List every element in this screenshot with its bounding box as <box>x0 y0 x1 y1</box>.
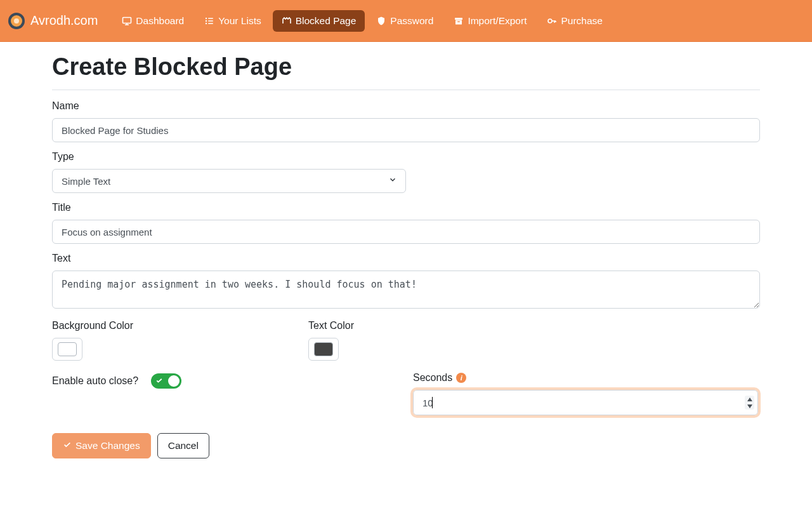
textcolor-swatch <box>314 342 333 356</box>
nav-item-label: Blocked Page <box>296 15 357 27</box>
brand[interactable]: Avrodh.com <box>8 12 98 30</box>
nav-item-your-lists[interactable]: Your Lists <box>195 10 270 32</box>
field-text-color: Text Color <box>308 320 549 361</box>
nav-items: Dashboard Your Lists Blocked Page Passwo… <box>113 10 612 32</box>
navbar: Avrodh.com Dashboard Your Lists Blocked … <box>0 0 812 42</box>
field-name: Name <box>52 100 760 142</box>
text-caret <box>432 397 433 408</box>
nav-item-import-export[interactable]: Import/Export <box>445 10 535 32</box>
text-input[interactable]: Pending major assignment in two weeks. I… <box>52 271 760 309</box>
field-type: Type Simple Text <box>52 151 760 193</box>
field-seconds: Seconds i <box>413 372 760 415</box>
type-select[interactable]: Simple Text <box>52 169 406 193</box>
check-icon <box>63 440 72 451</box>
save-button-label: Save Changes <box>75 440 140 451</box>
field-enable-auto-close: Enable auto close? <box>52 372 406 390</box>
nav-item-password[interactable]: Password <box>367 10 442 32</box>
info-icon[interactable]: i <box>456 373 466 383</box>
page-title: Create Blocked Page <box>52 53 760 81</box>
name-label: Name <box>52 100 760 112</box>
spinner-down[interactable] <box>745 403 754 410</box>
field-text: Text Pending major assignment in two wee… <box>52 253 760 311</box>
svg-rect-10 <box>455 18 462 20</box>
nav-item-purchase[interactable]: Purchase <box>538 10 611 32</box>
title-label: Title <box>52 202 760 213</box>
svg-rect-11 <box>455 20 462 24</box>
bgcolor-input[interactable] <box>52 338 82 361</box>
field-title: Title <box>52 202 760 244</box>
nav-item-label: Dashboard <box>136 15 184 27</box>
svg-point-5 <box>206 20 207 21</box>
bgcolor-label: Background Color <box>52 320 293 331</box>
text-label: Text <box>52 253 760 264</box>
svg-rect-8 <box>208 20 213 22</box>
archive-icon <box>454 16 464 26</box>
autoclose-toggle[interactable] <box>151 373 181 389</box>
bgcolor-swatch <box>58 342 77 356</box>
field-background-color: Background Color <box>52 320 293 361</box>
toggle-knob <box>168 375 180 387</box>
list-icon <box>204 16 214 26</box>
seconds-input[interactable] <box>413 390 758 415</box>
textcolor-label: Text Color <box>308 320 549 331</box>
svg-point-4 <box>206 17 207 18</box>
main-container: Create Blocked Page Name Type Simple Tex… <box>52 42 760 458</box>
svg-point-2 <box>14 18 19 23</box>
brand-text: Avrodh.com <box>30 13 98 28</box>
svg-rect-3 <box>123 17 131 23</box>
nav-item-label: Your Lists <box>218 15 261 27</box>
svg-point-13 <box>548 19 552 23</box>
svg-rect-12 <box>457 21 460 22</box>
check-icon <box>155 375 163 387</box>
number-spinner <box>745 396 754 410</box>
title-input[interactable] <box>52 220 760 244</box>
nav-item-label: Password <box>390 15 433 27</box>
cancel-button[interactable]: Cancel <box>157 433 209 458</box>
barrier-icon <box>282 16 292 26</box>
cancel-button-label: Cancel <box>168 440 199 451</box>
spinner-up[interactable] <box>745 396 754 403</box>
save-button[interactable]: Save Changes <box>52 433 151 458</box>
svg-rect-9 <box>208 23 213 24</box>
name-input[interactable] <box>52 118 760 142</box>
nav-item-dashboard[interactable]: Dashboard <box>113 10 193 32</box>
nav-item-label: Purchase <box>561 15 602 27</box>
nav-item-label: Import/Export <box>468 15 527 27</box>
monitor-icon <box>122 16 132 26</box>
divider <box>52 90 760 90</box>
key-icon <box>547 16 557 26</box>
nav-item-blocked-page[interactable]: Blocked Page <box>273 10 365 32</box>
textcolor-input[interactable] <box>308 338 339 361</box>
autoclose-label: Enable auto close? <box>52 375 138 387</box>
type-label: Type <box>52 151 760 163</box>
shield-icon <box>376 16 386 26</box>
seconds-label: Seconds <box>413 372 452 384</box>
logo-icon <box>8 12 25 30</box>
svg-rect-7 <box>208 18 213 19</box>
svg-point-6 <box>206 22 207 23</box>
